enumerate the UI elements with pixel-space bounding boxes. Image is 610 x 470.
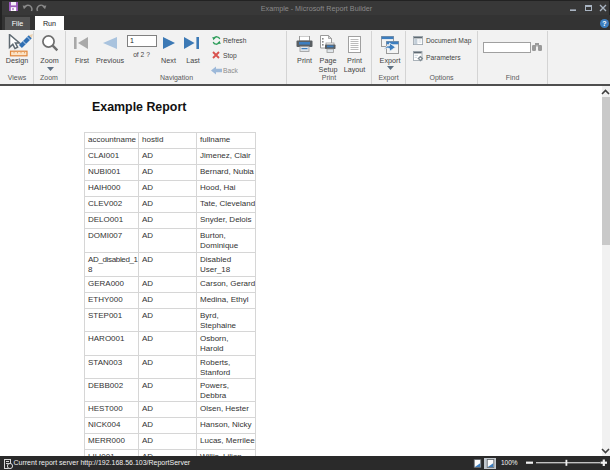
svg-text:?: ? xyxy=(602,20,606,27)
